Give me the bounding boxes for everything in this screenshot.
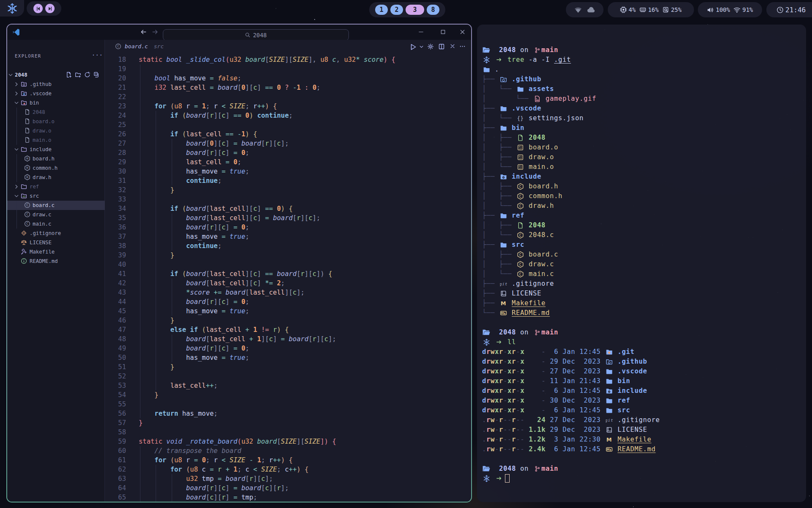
tree-item-README.md[interactable]: README.md	[7, 257, 105, 266]
code-line-61[interactable]: 61 for (u8 r = 0; r < SIZE - 1; r++) {	[105, 456, 293, 465]
tree-item-.github[interactable]: .github	[7, 80, 105, 89]
code-line-65[interactable]: 65 board[c][r] = tmp;	[105, 493, 257, 502]
code-line-42[interactable]: 42 board[last_cell][c] *= 2;	[105, 279, 285, 288]
tree-item-ref[interactable]: ref	[7, 182, 105, 191]
tree-item-board.h[interactable]: Hboard.h	[7, 154, 105, 163]
tree-item-src[interactable]: src	[7, 191, 105, 201]
code-line-45[interactable]: 45 has_move = true;	[105, 306, 249, 316]
code-line-32[interactable]: 32 }	[105, 185, 174, 195]
close-editor-icon[interactable]	[450, 43, 455, 49]
code-line-40[interactable]: 40	[105, 260, 139, 269]
code-line-37[interactable]: 37 has_move = true;	[105, 232, 249, 241]
tree-item-include[interactable]: include	[7, 145, 105, 154]
code-line-24[interactable]: 24 if (board[r][c] == 0) continue;	[105, 111, 293, 120]
tree-item-.gitignore[interactable]: .gitignore	[7, 229, 105, 238]
code-line-60[interactable]: 60 // transpose the board	[105, 446, 241, 456]
settings-gear-icon[interactable]	[427, 43, 434, 50]
branch-icon	[533, 47, 541, 53]
code-line-26[interactable]: 26 if (last_cell == -1) {	[105, 130, 257, 139]
code-line-39[interactable]: 39 }	[105, 251, 174, 260]
code-line-21[interactable]: 21 i32 last_cell = board[0][c] == 0 ? -1…	[105, 83, 321, 92]
code-line-55[interactable]: 55	[105, 400, 139, 409]
search-input[interactable]: 2048	[163, 29, 349, 41]
breadcrumb[interactable]: C board.c src	[115, 43, 164, 50]
maximize-button[interactable]	[440, 29, 446, 35]
new-file-icon[interactable]	[66, 72, 72, 78]
tree-item-LICENSE[interactable]: LICENSE	[7, 238, 105, 247]
code-line-22[interactable]: 22	[105, 92, 139, 102]
code-line-29[interactable]: 29 last_cell = 0;	[105, 157, 241, 167]
code-line-62[interactable]: 62 for (u8 c = r + 1; c < SIZE; c++) {	[105, 465, 309, 474]
code-line-36[interactable]: 36 board[r][c] = 0;	[105, 223, 249, 232]
tree-item-draw.o[interactable]: draw.o	[7, 126, 105, 135]
editor-more-icon[interactable]	[459, 43, 466, 50]
nav-back-button[interactable]	[140, 28, 147, 36]
code-line-43[interactable]: 43 *score += board[last_cell][c];	[105, 288, 304, 297]
code-line-49[interactable]: 49 board[r][c] = 0;	[105, 344, 249, 353]
outline-section[interactable]: OUTLINE	[11, 501, 41, 502]
collapse-all-icon[interactable]	[93, 72, 100, 78]
run-button[interactable]	[409, 43, 417, 51]
skip-forward-button[interactable]	[45, 4, 55, 13]
skip-back-button[interactable]	[33, 4, 43, 13]
code-line-33[interactable]: 33	[105, 195, 139, 204]
workspace-2[interactable]: 2	[390, 5, 403, 15]
tree-item-2048[interactable]: 2048	[7, 108, 105, 117]
code-line-56[interactable]: 56 return has_move;	[105, 409, 218, 418]
refresh-icon[interactable]	[84, 72, 91, 78]
tree-item-.vscode[interactable]: .vscode	[7, 89, 105, 98]
code-line-52[interactable]: 52	[105, 372, 139, 381]
code-line-50[interactable]: 50 has_move = true;	[105, 353, 249, 362]
tree-item-main.o[interactable]: main.o	[7, 135, 105, 145]
code-line-47[interactable]: 47 else if (last_cell + 1 != r) {	[105, 325, 289, 334]
close-button[interactable]	[459, 29, 466, 35]
terminal-window[interactable]: 2048 on main tree -a -I .git .├── .githu…	[477, 25, 806, 502]
code-line-64[interactable]: 64 board[r][c] = board[c][r];	[105, 483, 289, 493]
workspace-1[interactable]: 1	[375, 5, 388, 15]
code-line-18[interactable]: 18static bool _slide_col(u32 board[SIZE]…	[105, 55, 395, 64]
code-line-19[interactable]: 19	[105, 64, 139, 74]
new-folder-icon[interactable]	[75, 72, 81, 78]
code-line-44[interactable]: 44 board[r][c] = 0;	[105, 297, 249, 306]
code-line-34[interactable]: 34 if (board[last_cell][c] == 0) {	[105, 204, 293, 213]
nav-forward-button[interactable]	[151, 28, 159, 36]
split-editor-icon[interactable]	[438, 43, 445, 50]
code-line-23[interactable]: 23 for (u8 r = 1; r < SIZE; r++) {	[105, 102, 277, 111]
explorer-more-icon[interactable]: ···	[92, 52, 103, 58]
workspace-3[interactable]: 3	[406, 5, 424, 15]
code-line-38[interactable]: 38 continue;	[105, 241, 222, 251]
tree-item-main.c[interactable]: Cmain.c	[7, 219, 105, 229]
code-line-63[interactable]: 63 u32 tmp = board[r][c];	[105, 474, 273, 483]
book-icon	[499, 290, 508, 297]
code-line-59[interactable]: 59static void _rotate_board(u32 board[SI…	[105, 437, 336, 446]
code-line-51[interactable]: 51 }	[105, 362, 174, 372]
tree-item-common.h[interactable]: Hcommon.h	[7, 163, 105, 173]
tree-item-board.c[interactable]: Cboard.c	[7, 201, 105, 210]
tree-item-Makefile[interactable]: Makefile	[7, 247, 105, 257]
code-line-27[interactable]: 27 board[0][c] = board[r][c];	[105, 139, 289, 148]
code-editor[interactable]: 18static bool _slide_col(u32 board[SIZE]…	[105, 40, 470, 502]
code-line-57[interactable]: 57}	[105, 418, 143, 428]
tree-root-2048[interactable]: 2048	[7, 70, 105, 80]
minimize-button[interactable]	[418, 29, 424, 35]
code-line-54[interactable]: 54 }	[105, 390, 159, 400]
tree-item-draw.c[interactable]: Cdraw.c	[7, 210, 105, 219]
code-line-20[interactable]: 20 bool has_move = false;	[105, 74, 241, 83]
code-line-53[interactable]: 53 last_cell++;	[105, 381, 218, 390]
code-line-46[interactable]: 46 }	[105, 316, 174, 325]
code-line-28[interactable]: 28 board[r][c] = 0;	[105, 148, 249, 157]
code-line-31[interactable]: 31 continue;	[105, 176, 222, 185]
run-dropdown-icon[interactable]	[420, 45, 423, 49]
code-line-41[interactable]: 41 if (board[last_cell][c] == board[r][c…	[105, 269, 332, 279]
vscode-titlebar[interactable]: 2048	[7, 25, 471, 40]
tree-item-bin[interactable]: bin	[7, 98, 105, 108]
code-line-25[interactable]: 25	[105, 120, 139, 130]
nixos-logo-pill[interactable]	[0, 0, 24, 17]
chevron-icon	[14, 147, 19, 152]
tree-item-draw.h[interactable]: Hdraw.h	[7, 173, 105, 182]
tree-item-board.o[interactable]: board.o	[7, 117, 105, 126]
code-line-30[interactable]: 30 has_move = true;	[105, 167, 249, 176]
workspace-8[interactable]: 8	[427, 5, 439, 15]
code-line-58[interactable]: 58	[105, 428, 139, 437]
code-line-35[interactable]: 35 board[last_cell][c] = board[r][c];	[105, 213, 320, 223]
